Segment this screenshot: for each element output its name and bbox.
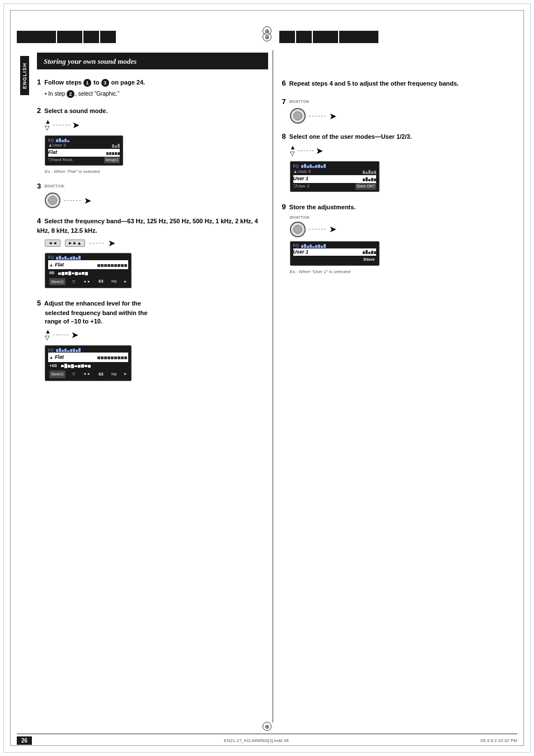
s4b9 <box>78 256 81 260</box>
step-6-header: 6 Repeat steps 4 and 5 to adjust the oth… <box>282 78 513 88</box>
arrow-right-3: ➤ <box>84 195 91 206</box>
arrow-right-8: ➤ <box>316 145 323 156</box>
footer-filename: EN21-27_KD-AR8500[J].indd 26 <box>224 738 289 743</box>
s8u3b5 <box>374 171 376 174</box>
hardrock-label: ▽Hard Rock <box>48 157 73 163</box>
s5-down-arrow: ▽ <box>72 371 75 377</box>
s5eq9 <box>78 348 81 352</box>
dashed-9 <box>309 229 326 229</box>
sf6 <box>114 264 117 267</box>
step-5-num: 5 <box>37 299 41 307</box>
header-bars-left <box>17 31 255 43</box>
s5m2 <box>64 364 67 368</box>
s4-freq-num: 63 <box>99 278 104 285</box>
s4-flat-row: ▲ Flat <box>48 260 128 269</box>
m2 <box>62 272 64 275</box>
dashed-8 <box>298 151 313 151</box>
step-8: 8 Select one of the user modes—User 1/2/… <box>282 132 513 194</box>
step-2-ex: Ex.: When "Flat" is selected <box>45 169 268 174</box>
round-button-9 <box>290 222 306 237</box>
step-4-screen: EQ ▲ Flat <box>45 253 132 288</box>
s9-store-row: Store <box>293 256 376 264</box>
s9-eq-label: EQ <box>293 243 299 247</box>
s4b4 <box>64 256 67 260</box>
s8-store-ok: Store OK? <box>355 183 376 190</box>
step-9: 9 Store the adjustments. Ø/I/ATT/OK ➤ EQ <box>282 202 513 274</box>
s8u3b1 <box>363 171 365 174</box>
step-3-header: 3 Ø/I/ATT/OK <box>37 182 268 190</box>
s5-store-label: Store⊡ <box>49 370 65 378</box>
arrow-right-9: ➤ <box>329 224 336 234</box>
s9eq4 <box>310 245 312 248</box>
sf8 <box>121 264 124 267</box>
step-2-screen: EQ ▲User 3 <box>45 135 123 166</box>
step-5-screen: EQ ▲ Flat <box>45 345 132 381</box>
step-7-label: Ø/I/ATT/OK <box>289 100 310 104</box>
s8eq2 <box>304 164 306 168</box>
step-1: 1 Follow steps 1 to 3 on page 24. • In s… <box>37 77 268 98</box>
s4b6 <box>70 257 72 260</box>
step-2-header: 2 Select a sound mode. <box>37 106 268 116</box>
arrow-right: ➤ <box>72 120 79 130</box>
u3b2 <box>115 145 117 148</box>
bar-2 <box>59 138 61 142</box>
m8 <box>82 272 85 275</box>
s9-u1bars <box>311 250 376 254</box>
s5eq5 <box>67 350 69 352</box>
hbar-3 <box>83 31 99 43</box>
fb1 <box>106 152 109 155</box>
s8u1b3 <box>368 179 371 181</box>
s8-user3: ▲User 3 <box>293 168 311 175</box>
s5-val-bars <box>61 364 127 368</box>
hbar-6 <box>296 31 312 43</box>
s4-eq-label: EQ <box>48 255 54 259</box>
prev-btn[interactable]: ◄◄ <box>45 240 60 247</box>
step-9-screen: EQ User 1 <box>290 241 380 266</box>
header-bars: ⊕ <box>17 31 517 43</box>
m4 <box>68 271 71 275</box>
hbar-8 <box>339 31 378 43</box>
next-btn[interactable]: ►►▲ <box>65 240 85 247</box>
step-9-button: ➤ <box>290 222 513 237</box>
flat-bars <box>63 151 120 155</box>
step-9-header: 9 Store the adjustments. <box>282 202 513 212</box>
step-1-num: 1 <box>37 78 41 86</box>
s9eq7 <box>318 245 320 248</box>
s5m1 <box>61 365 64 367</box>
hbar-7 <box>313 31 338 43</box>
s8-u1bars <box>311 177 376 181</box>
m7 <box>78 273 81 275</box>
s5-eq-row: EQ <box>48 348 128 352</box>
bar-5 <box>67 140 69 142</box>
s8-user1-row: User 1 <box>293 175 376 183</box>
step-6-num: 6 <box>282 79 286 87</box>
s9u1b3 <box>368 252 371 254</box>
s8eq7 <box>318 165 320 168</box>
step-5-text3: range of –10 to +10. <box>45 318 102 325</box>
page-number: 26 <box>17 736 32 745</box>
s9eq3 <box>307 246 309 248</box>
s8u1b1 <box>363 179 365 181</box>
s9u1b2 <box>366 250 368 254</box>
s9eq6 <box>315 245 317 248</box>
s9eq9 <box>324 244 326 248</box>
step-8-num: 8 <box>282 132 286 140</box>
s4-flat-label: Flat <box>55 261 64 269</box>
u3b1 <box>112 144 114 148</box>
s4-freq-icon: ► <box>124 279 127 285</box>
sf2 <box>101 264 104 267</box>
circle-2: 3 <box>101 79 109 87</box>
user3-bars <box>68 143 120 148</box>
step-7-header: 7 Ø/I/ATT/OK <box>282 97 513 106</box>
sf7 <box>118 264 120 267</box>
step-7-button: ➤ <box>290 108 513 124</box>
step-9-num: 9 <box>282 203 286 211</box>
step-5-controls: ▲ ▽ ➤ <box>45 328 268 341</box>
s5eq4 <box>64 349 67 352</box>
s4-eq-bars <box>56 255 81 260</box>
s4-up-arrow: ▲ <box>49 262 53 268</box>
s8eq1 <box>301 165 303 168</box>
s5-hz: Hz <box>111 371 117 378</box>
step-9-text: Store the adjustments. <box>289 204 356 210</box>
s5eq7 <box>73 349 75 352</box>
